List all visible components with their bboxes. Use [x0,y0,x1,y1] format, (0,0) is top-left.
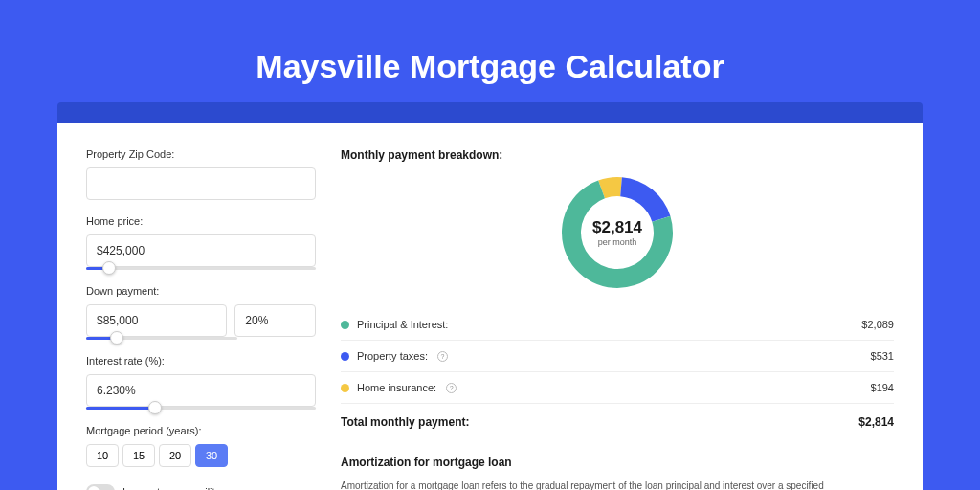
total-row: Total monthly payment: $2,814 [341,404,894,440]
legend-value: $2,089 [861,319,894,330]
donut-chart: $2,814 per month [560,175,675,290]
period-label: Mortgage period (years): [86,425,316,436]
zip-label: Property Zip Code: [86,148,316,160]
veteran-label: I am veteran or military [122,486,230,490]
period-button-30[interactable]: 30 [195,444,228,467]
zip-field-group: Property Zip Code: [86,148,316,200]
banner-strip [57,102,923,123]
total-label: Total monthly payment: [341,415,469,429]
period-field-group: Mortgage period (years): 10152030 [86,425,316,467]
period-button-20[interactable]: 20 [159,444,191,467]
total-value: $2,814 [858,415,894,429]
legend-row-2: Home insurance:?$194 [341,372,894,404]
legend: Principal & Interest:$2,089Property taxe… [341,309,894,404]
home-price-input[interactable] [86,234,316,267]
legend-row-0: Principal & Interest:$2,089 [341,309,894,341]
interest-slider[interactable] [86,407,316,410]
amortization-text: Amortization for a mortgage loan refers … [341,479,894,490]
legend-label: Property taxes: [357,350,428,362]
info-icon[interactable]: ? [446,383,457,393]
form-panel: Property Zip Code: Home price: Down paym… [86,148,316,490]
breakdown-title: Monthly payment breakdown: [341,148,894,162]
period-buttons: 10152030 [86,444,316,467]
interest-field-group: Interest rate (%): [86,355,316,410]
donut-wrap: $2,814 per month [341,175,894,290]
home-price-slider[interactable] [86,267,316,270]
results-panel: Monthly payment breakdown: $2,814 per mo… [341,148,894,490]
down-payment-slider[interactable] [86,337,237,340]
calculator-card: Property Zip Code: Home price: Down paym… [57,123,923,490]
legend-value: $194 [871,382,894,393]
interest-label: Interest rate (%): [86,355,316,367]
down-payment-field-group: Down payment: [86,285,316,340]
veteran-toggle-knob [88,486,100,490]
donut-sub: per month [592,237,642,247]
home-price-label: Home price: [86,215,316,227]
legend-dot-icon [341,352,349,361]
down-payment-input[interactable] [86,304,227,337]
amortization-title: Amortization for mortgage loan [341,456,894,469]
veteran-toggle-row: I am veteran or military [86,484,316,490]
home-price-slider-thumb[interactable] [102,261,116,275]
legend-dot-icon [341,384,349,392]
donut-center: $2,814 per month [592,218,642,247]
down-payment-slider-thumb[interactable] [110,331,123,345]
interest-slider-thumb[interactable] [148,401,162,414]
legend-label: Home insurance: [357,382,436,393]
donut-amount: $2,814 [592,218,642,237]
legend-label: Principal & Interest: [357,319,448,330]
legend-dot-icon [341,321,349,329]
down-payment-pct-input[interactable] [234,304,316,337]
period-button-10[interactable]: 10 [86,444,119,467]
zip-input[interactable] [86,167,316,200]
period-button-15[interactable]: 15 [122,444,155,467]
home-price-field-group: Home price: [86,215,316,270]
interest-input[interactable] [86,374,316,407]
info-icon[interactable]: ? [437,351,448,362]
down-payment-label: Down payment: [86,285,316,297]
donut-slice-1 [620,177,670,222]
legend-row-1: Property taxes:?$531 [341,341,894,372]
veteran-toggle[interactable] [86,484,115,490]
legend-value: $531 [871,350,894,362]
page-title: Maysville Mortgage Calculator [57,48,923,85]
